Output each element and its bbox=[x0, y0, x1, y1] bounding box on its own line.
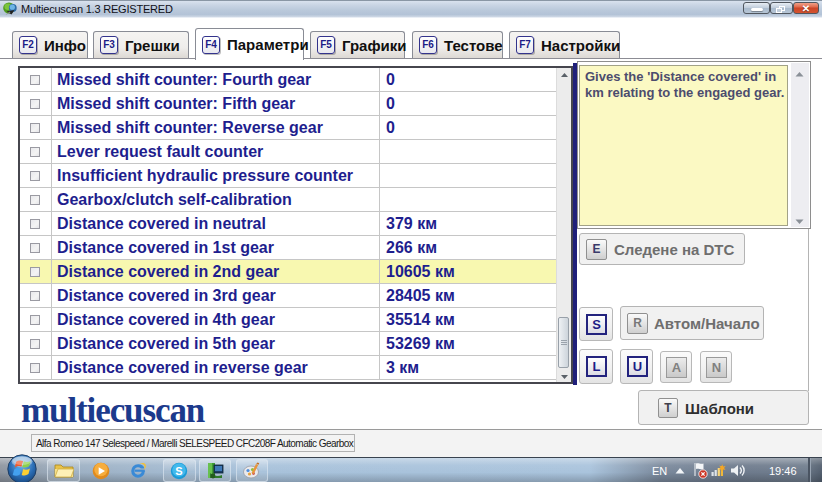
svg-text:S: S bbox=[175, 465, 182, 477]
